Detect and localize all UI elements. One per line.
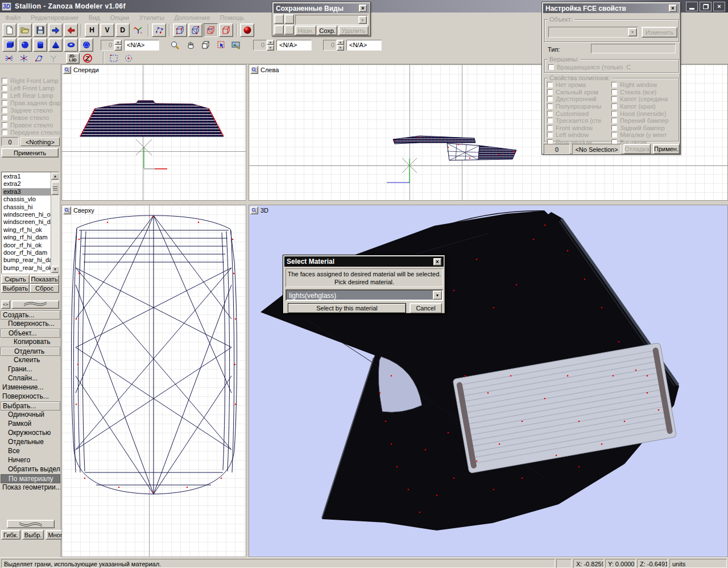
saved-views-titlebar[interactable]: Сохраненные Виды ×: [274, 3, 369, 13]
checkbox[interactable]: [547, 118, 553, 123]
cone-primitive-button[interactable]: [48, 38, 63, 52]
scroll-thumb[interactable]: [51, 181, 59, 195]
vertical-view-button[interactable]: V: [100, 23, 114, 37]
checkbox[interactable]: [611, 111, 617, 117]
fce-titlebar[interactable]: Настройка FCE свойств ×: [543, 3, 679, 13]
export-button[interactable]: [64, 23, 78, 37]
polygon-prop-row[interactable]: Капот (края): [611, 103, 676, 110]
show-button[interactable]: Показать: [30, 275, 59, 284]
primitive-count-spinner[interactable]: 0 ▲▼: [101, 40, 122, 51]
render-view-button[interactable]: [229, 38, 243, 52]
polygon-prop-row[interactable]: Нет хрома: [547, 81, 611, 89]
command-menu-item[interactable]: Создать...: [1, 310, 60, 320]
red-cube-selected-button[interactable]: [204, 23, 218, 37]
scroll-down-icon[interactable]: ▼: [51, 266, 59, 273]
command-menu-item[interactable]: Одиночный: [1, 411, 60, 420]
cylinder-primitive-button[interactable]: [33, 38, 47, 52]
polygon-prop-row[interactable]: Left window: [547, 131, 611, 139]
polygon-prop-row[interactable]: Мигалки (у мент: [611, 131, 676, 139]
select-material-dialog[interactable]: Select Material × The faces assigned to …: [283, 255, 445, 314]
menu-item[interactable]: Редактирование: [26, 13, 84, 22]
hide-button[interactable]: Скрыть: [1, 275, 30, 284]
view-slot-button[interactable]: [284, 14, 294, 24]
open-file-button[interactable]: [18, 23, 32, 37]
checkbox[interactable]: [548, 64, 554, 70]
checkbox[interactable]: [611, 132, 617, 138]
save-button[interactable]: [33, 23, 47, 37]
command-menu-item[interactable]: Копировать: [1, 338, 60, 347]
command-menu-item[interactable]: Рамкой: [1, 420, 60, 429]
object-dropdown[interactable]: ▼: [548, 27, 638, 38]
command-menu-item[interactable]: Выбрать...: [1, 401, 60, 411]
view-spinner-1[interactable]: 0 ▲▼: [253, 40, 274, 51]
command-menu-item[interactable]: Склеить: [1, 356, 60, 365]
view-slot-button[interactable]: [284, 25, 294, 35]
render-sphere-button[interactable]: [240, 23, 254, 37]
select-by-material-button[interactable]: Select by this material: [288, 303, 406, 313]
command-menu-item[interactable]: Поверхность...: [1, 320, 60, 329]
reset-button[interactable]: Сброс: [30, 284, 59, 293]
damage-checkbox-row[interactable]: Прав.задняя фар: [2, 99, 60, 106]
part-list-item[interactable]: chassis_hi: [2, 204, 51, 211]
delete-view-button[interactable]: Удалить: [338, 26, 369, 35]
part-list-item[interactable]: windscreen_hi_da: [2, 218, 51, 226]
select-object-button[interactable]: [214, 38, 228, 52]
command-menu-item[interactable]: Все: [1, 447, 60, 456]
damage-count-field[interactable]: 0: [1, 137, 19, 146]
menu-item[interactable]: Файл: [0, 13, 26, 22]
damage-selection-dropdown[interactable]: <Nothing>: [20, 137, 60, 146]
part-list-item[interactable]: bump_rear_hi_ok: [2, 264, 51, 272]
checkbox[interactable]: [611, 103, 617, 109]
polygon-prop-row[interactable]: Customised: [547, 110, 611, 117]
view-slot-button[interactable]: [274, 25, 284, 35]
restore-button[interactable]: [700, 2, 712, 11]
checkbox[interactable]: [611, 118, 617, 123]
fce-properties-window[interactable]: Настройка FCE свойств × Объект: ▼ Измени…: [541, 2, 681, 155]
parts-listbox[interactable]: extra1extra2extra3chassis_vlochassis_hiw…: [1, 172, 59, 273]
type-field[interactable]: [591, 44, 676, 53]
part-list-item[interactable]: bump_rear_hi_da: [2, 256, 51, 264]
close-button[interactable]: ×: [669, 5, 677, 12]
command-menu-item[interactable]: Изменение...: [1, 383, 60, 392]
damage-checkbox-row[interactable]: Left Rear Lamp: [2, 92, 60, 99]
polygon-prop-row[interactable]: Right window: [611, 81, 676, 89]
part-list-item[interactable]: extra3: [2, 188, 51, 196]
viewport-top[interactable]: Сверху: [61, 205, 246, 557]
wire-cube-2-button[interactable]: [188, 23, 202, 37]
checkbox[interactable]: [2, 93, 7, 98]
saved-views-window[interactable]: Сохраненные Виды × ▼ Назн. Сохр. Удалить: [272, 2, 371, 36]
polygon-prop-row[interactable]: Полупрозрачны: [547, 103, 611, 110]
command-menu-item[interactable]: Ничего: [1, 456, 60, 465]
dropdown-icon[interactable]: ▼: [433, 291, 442, 300]
viewport-zoom-chip[interactable]: [250, 206, 258, 214]
close-button[interactable]: ×: [713, 2, 725, 11]
cube-primitive-button[interactable]: [2, 38, 16, 52]
command-menu-item[interactable]: Отделить: [1, 347, 60, 356]
debug-button[interactable]: Отладка: [623, 144, 651, 154]
vertex-weld-button[interactable]: [32, 53, 46, 64]
part-list-item[interactable]: door_rf_hi_ok: [2, 242, 51, 249]
assign-view-button[interactable]: Назн.: [295, 26, 316, 35]
import-button[interactable]: [48, 23, 63, 37]
red-cube-button[interactable]: [219, 23, 233, 37]
viewport-zoom-chip[interactable]: [250, 66, 258, 74]
flexible-mode-button[interactable]: Гибк.: [1, 530, 20, 540]
polygon-prop-row[interactable]: Двусторонний: [547, 96, 611, 103]
checkbox[interactable]: [547, 82, 553, 88]
damage-checkbox-row[interactable]: Left Front Lamp: [2, 84, 60, 92]
polygon-prop-row[interactable]: Задний бампер: [611, 125, 676, 132]
checkbox[interactable]: [547, 132, 553, 138]
spin-down-icon[interactable]: ▼: [114, 45, 122, 51]
viewport-zoom-chip[interactable]: [63, 206, 71, 214]
wire-cube-1-button[interactable]: [173, 23, 187, 37]
fce-apply-button[interactable]: Примен.: [653, 144, 680, 154]
expand-panel-button[interactable]: <>: [1, 300, 10, 309]
change-object-button[interactable]: Изменить: [642, 27, 677, 38]
part-list-item[interactable]: wing_rf_hi_dam: [2, 234, 51, 241]
damage-checkbox-row[interactable]: Левое стекло: [2, 114, 60, 121]
polygon-prop-row[interactable]: Hood (innerside): [611, 110, 676, 117]
checkbox[interactable]: [2, 85, 7, 91]
checkbox[interactable]: [547, 96, 553, 102]
part-list-item[interactable]: wing_rf_hi_ok: [2, 226, 51, 234]
parts-scrollbar[interactable]: ▲ ▼: [51, 172, 59, 273]
